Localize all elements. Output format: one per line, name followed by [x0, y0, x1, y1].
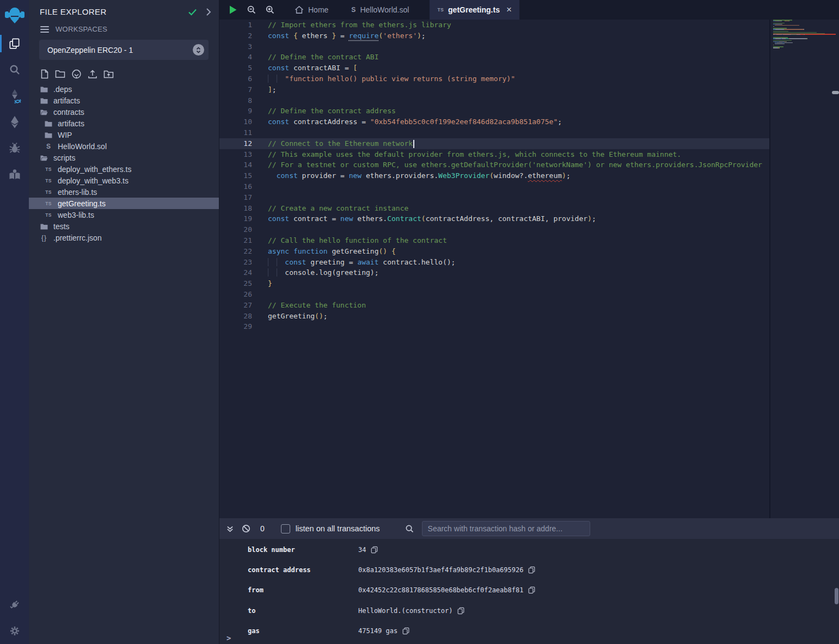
code-line-22[interactable]: 22async function getGreeting() {: [219, 246, 769, 257]
tree-item-deploy-with-web3-ts[interactable]: TSdeploy_with_web3.ts: [29, 175, 219, 186]
tree-item-getgreeting-ts[interactable]: TSgetGreeting.ts: [29, 198, 219, 209]
tree-item-label: deploy_with_web3.ts: [58, 176, 128, 185]
code-line-5[interactable]: 5const contractABI = [: [219, 63, 769, 73]
tree-item-label: deploy_with_ethers.ts: [58, 165, 131, 174]
new-folder-icon[interactable]: [55, 70, 65, 78]
tree-item-helloworld-sol[interactable]: SHelloWorld.sol: [29, 140, 219, 152]
code-line-25[interactable]: 25}: [219, 278, 769, 289]
folder-icon: [40, 86, 48, 93]
tree-item-deploy-with-ethers-ts[interactable]: TSdeploy_with_ethers.ts: [29, 163, 219, 175]
main-area: Home S HelloWorld.sol TS getGreeting.ts …: [219, 0, 839, 644]
tree-item-tests[interactable]: tests: [29, 220, 219, 232]
tree-item-artifacts[interactable]: artifacts: [29, 95, 219, 106]
terminal-search-icon: [405, 524, 414, 533]
copy-icon[interactable]: [402, 627, 409, 635]
code-line-7[interactable]: 7];: [219, 84, 769, 95]
solidity-compiler-icon[interactable]: [0, 83, 29, 109]
tree-item-label: WIP: [58, 131, 72, 139]
code-line-19[interactable]: 19const contract = new ethers.Contract(c…: [219, 213, 769, 224]
code-line-29[interactable]: 29: [219, 321, 769, 332]
workspace-select[interactable]: OpenZeppelin ERC20 - 1: [39, 40, 209, 60]
tree-item-ethers-lib-ts[interactable]: TSethers-lib.ts: [29, 186, 219, 198]
code-line-23[interactable]: 23 const greeting = await contract.hello…: [219, 257, 769, 268]
code-line-18[interactable]: 18// Create a new contract instance: [219, 203, 769, 214]
upload-file-icon[interactable]: [88, 69, 97, 79]
copy-icon[interactable]: [528, 566, 535, 574]
copy-icon[interactable]: [371, 546, 378, 554]
tree-item-artifacts[interactable]: artifacts: [29, 118, 219, 129]
sol-icon: S: [45, 143, 52, 150]
code-line-28[interactable]: 28getGreeting();: [219, 311, 769, 322]
code-line-26[interactable]: 26: [219, 289, 769, 300]
clear-console-icon[interactable]: [242, 524, 250, 533]
editor-scrollbar-thumb[interactable]: [832, 91, 839, 94]
file-explorer-icon[interactable]: [0, 30, 29, 57]
tree-item-label: scripts: [53, 154, 75, 162]
remix-logo-icon[interactable]: [0, 0, 29, 30]
zoom-in-icon[interactable]: [261, 0, 279, 20]
code-line-8[interactable]: 8: [219, 95, 769, 106]
workspaces-menu-icon[interactable]: [40, 26, 49, 33]
copy-icon[interactable]: [528, 586, 535, 594]
code-line-27[interactable]: 27// Execute the function: [219, 300, 769, 311]
settings-icon[interactable]: [0, 618, 29, 644]
code-line-17[interactable]: 17: [219, 192, 769, 203]
code-editor[interactable]: 1// Import ethers from the ethers.js lib…: [219, 20, 839, 518]
check-icon[interactable]: [188, 8, 197, 16]
debugger-icon[interactable]: [0, 135, 29, 161]
code-line-20[interactable]: 20: [219, 224, 769, 235]
tab-getgreeting-label: getGreeting.ts: [448, 5, 500, 14]
code-line-16[interactable]: 16: [219, 181, 769, 192]
tab-home[interactable]: Home: [287, 0, 336, 20]
listen-all-transactions-checkbox[interactable]: [281, 524, 290, 533]
tree-item-contracts[interactable]: contracts: [29, 106, 219, 118]
github-icon[interactable]: [71, 69, 82, 79]
tree-item-wip[interactable]: WIP: [29, 129, 219, 140]
editor-minimap-divider: [769, 20, 770, 518]
terminal-scrollbar-thumb[interactable]: [835, 588, 838, 604]
search-icon[interactable]: [0, 57, 29, 83]
tree-item--deps[interactable]: .deps: [29, 83, 219, 95]
home-icon: [295, 5, 304, 14]
code-line-6[interactable]: 6 "function hello() public view returns …: [219, 73, 769, 84]
workspace-select-arrows-icon: [193, 44, 204, 56]
tree-item-web3-lib-ts[interactable]: TSweb3-lib.ts: [29, 209, 219, 220]
run-script-icon[interactable]: [224, 0, 242, 20]
code-line-11[interactable]: 11: [219, 127, 769, 138]
code-line-15[interactable]: 15 const provider = new ethers.providers…: [219, 170, 769, 181]
plugin-manager-icon[interactable]: [0, 592, 29, 618]
terminal-prompt[interactable]: >: [226, 634, 231, 642]
code-line-21[interactable]: 21// Call the hello function of the cont…: [219, 235, 769, 246]
code-line-4[interactable]: 4// Define the contract ABI: [219, 52, 769, 63]
collapse-terminal-icon[interactable]: [226, 525, 234, 533]
new-file-icon[interactable]: [40, 69, 49, 79]
minimap[interactable]: [773, 20, 836, 50]
transaction-count: 0: [260, 524, 265, 533]
code-line-9[interactable]: 9// Define the contract address: [219, 106, 769, 116]
close-tab-icon[interactable]: ×: [506, 4, 512, 15]
code-line-14[interactable]: 14// For a testnet or custom RPC, use et…: [219, 160, 769, 170]
folder-open-icon: [40, 155, 48, 161]
solidity-unit-testing-icon[interactable]: [0, 161, 29, 187]
code-line-13[interactable]: 13// This example uses the default provi…: [219, 149, 769, 160]
tree-item--prettierrc-json[interactable]: {}.prettierrc.json: [29, 232, 219, 243]
code-line-10[interactable]: 10const contractAddress = "0xb54febb5c0c…: [219, 116, 769, 127]
text-cursor: [413, 140, 414, 148]
tree-item-label: contracts: [53, 108, 84, 116]
upload-folder-icon[interactable]: [103, 70, 114, 79]
terminal-search-input[interactable]: [422, 521, 590, 536]
code-line-3[interactable]: 3: [219, 41, 769, 52]
tab-helloworld-sol[interactable]: S HelloWorld.sol: [344, 0, 417, 20]
code-line-2[interactable]: 2const { ethers } = require('ethers');: [219, 30, 769, 41]
copy-icon[interactable]: [457, 607, 464, 615]
deploy-and-run-icon[interactable]: [0, 109, 29, 135]
remix-ide: FILE EXPLORER WORKSPACES OpenZeppelin ER…: [0, 0, 839, 644]
tree-item-scripts[interactable]: scripts: [29, 152, 219, 163]
code-line-1[interactable]: 1// Import ethers from the ethers.js lib…: [219, 20, 769, 30]
zoom-out-icon[interactable]: [242, 0, 261, 20]
ts-icon: TS: [45, 212, 52, 218]
code-line-24[interactable]: 24 console.log(greeting);: [219, 267, 769, 278]
code-line-12[interactable]: 12// Connect to the Ethereum network: [219, 138, 769, 149]
chevron-right-icon[interactable]: [206, 8, 211, 16]
tab-getgreeting-ts[interactable]: TS getGreeting.ts ×: [430, 0, 519, 20]
